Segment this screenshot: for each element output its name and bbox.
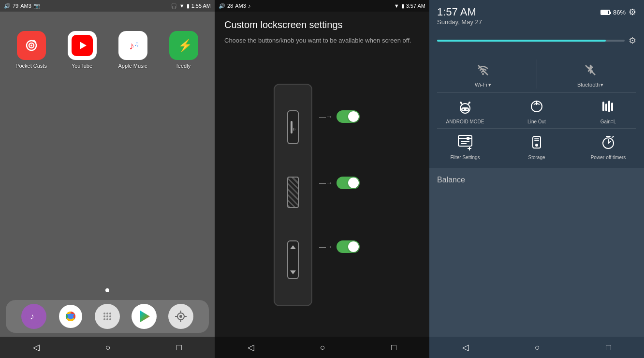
svg-marker-41 <box>290 270 296 274</box>
lockscreen-settings-panel: 🔊 28 AM3 ♪ ▼ ▮ 3:57 AM Custom lockscreen… <box>215 0 429 358</box>
arrow-icon-3: —→ <box>319 243 333 251</box>
home-screen-panel: 🔊 79 AM3 📷 🎧 ▼ ▮ 1:55 AM Pocket Cas <box>0 0 215 358</box>
back-button-ls[interactable]: ◁ <box>248 342 254 353</box>
toggle-switch-2[interactable] <box>337 177 360 189</box>
dot-active <box>105 288 109 292</box>
dock-music[interactable]: ♪ <box>21 304 46 329</box>
dock-play-store[interactable] <box>132 304 157 329</box>
battery-ls: ▮ <box>401 3 404 9</box>
youtube-icon[interactable] <box>68 31 97 60</box>
signal-strength: 79 <box>13 3 18 9</box>
svg-rect-56 <box>605 104 607 111</box>
qs-tiles-row1: ANDROID MODE Line Out <box>429 93 644 128</box>
brightness-bar[interactable] <box>437 40 625 42</box>
qs-tile-filter[interactable]: Filter Settings <box>429 133 501 160</box>
gain-label: Gain=L <box>600 119 616 124</box>
svg-point-47 <box>463 109 464 110</box>
status-right-ls: ▼ ▮ 3:57 AM <box>394 3 425 9</box>
pocket-casts-label: Pocket Casts <box>15 63 47 69</box>
status-left-ls: 🔊 28 AM3 ♪ <box>219 3 250 9</box>
qs-tile-line-out[interactable]: Line Out <box>501 97 572 124</box>
toggle-knob-1 <box>348 111 359 122</box>
arrow-icon-2: —→ <box>319 179 333 187</box>
app-feedly[interactable]: ⚡ feedly <box>160 31 207 69</box>
home-button-qs[interactable]: ○ <box>535 343 540 353</box>
status-bar-ls: 🔊 28 AM3 ♪ ▼ ▮ 3:57 AM <box>215 0 429 12</box>
youtube-label: YouTube <box>72 63 92 69</box>
dock-chrome[interactable] <box>58 304 83 329</box>
toggle-switch-1[interactable] <box>337 110 360 123</box>
recent-button-qs[interactable]: □ <box>606 343 611 353</box>
power-off-timers-icon <box>599 133 618 152</box>
qs-balance-section: Balance <box>429 168 644 192</box>
recent-button-ls[interactable]: □ <box>391 343 396 353</box>
ls-content-area: —→ —→ <box>215 53 429 337</box>
app-youtube[interactable]: YouTube <box>59 31 105 69</box>
qs-bluetooth-item[interactable]: Bluetooth ▾ <box>537 60 644 88</box>
qs-wifi-item[interactable]: Wi-Fi ▾ <box>429 60 537 88</box>
app-apple-music[interactable]: ♪ ♫ Apple Music <box>109 31 156 69</box>
wifi-dropdown-icon[interactable]: ▾ <box>488 82 491 88</box>
qs-tile-android-mode[interactable]: ANDROID MODE <box>429 97 501 124</box>
svg-marker-40 <box>290 245 296 249</box>
svg-text:♫: ♫ <box>134 40 139 48</box>
home-button-ls[interactable]: ○ <box>320 343 325 353</box>
svg-point-21 <box>109 313 111 314</box>
toggle-knob-3 <box>348 241 359 252</box>
svg-rect-68 <box>534 140 539 141</box>
svg-rect-58 <box>611 103 613 111</box>
toggle-switch-3[interactable] <box>337 240 360 253</box>
home-button-home[interactable]: ○ <box>105 343 111 353</box>
button-slot-volume <box>287 240 299 279</box>
music-icon-ls: ♪ <box>248 3 251 9</box>
svg-point-25 <box>103 318 105 320</box>
nav-bar-ls: ◁ ○ □ <box>215 337 429 358</box>
line-out-label: Line Out <box>527 119 546 124</box>
svg-point-20 <box>106 313 108 314</box>
svg-point-27 <box>109 318 111 320</box>
wifi-ls: ▼ <box>394 3 399 9</box>
qs-tile-gain[interactable]: Gain=L <box>572 97 644 124</box>
qs-time-row: 1:57 AM 86% ⚙ <box>437 4 636 18</box>
screenshot-icon: 📷 <box>33 3 40 9</box>
qs-tile-storage[interactable]: Storage <box>501 133 572 160</box>
bt-dropdown-icon[interactable]: ▾ <box>600 82 603 88</box>
status-left: 🔊 79 AM3 📷 <box>4 3 40 9</box>
filter-settings-icon <box>455 133 475 152</box>
brightness-icon: ⚙ <box>629 35 636 46</box>
app-pocket-casts[interactable]: Pocket Casts <box>8 31 55 69</box>
qs-header: 1:57 AM 86% ⚙ Sunday, May 27 ⚙ <box>429 0 644 52</box>
dock-app-drawer[interactable] <box>95 304 120 329</box>
battery-icon-qs <box>600 10 610 15</box>
qs-tile-power-off-timers[interactable]: Power-off timers <box>572 133 644 160</box>
svg-point-51 <box>460 102 462 104</box>
qs-time: 1:57 AM <box>437 6 476 18</box>
page-indicator <box>0 288 215 292</box>
svg-rect-39 <box>293 128 295 131</box>
dock-settings[interactable] <box>168 304 193 329</box>
bluetooth-tile-icon <box>581 60 600 80</box>
feedly-icon[interactable]: ⚡ <box>169 31 198 60</box>
power-off-timers-label: Power-off timers <box>591 155 626 160</box>
toggle-knob-2 <box>348 178 359 188</box>
apple-music-icon[interactable]: ♪ ♫ <box>118 31 147 60</box>
qs-wifi-bt-row: Wi-Fi ▾ Bluetooth ▾ <box>429 56 644 92</box>
pocket-casts-icon[interactable] <box>17 31 46 60</box>
device-visual: —→ —→ <box>274 84 312 306</box>
network-type: AM3 <box>20 3 31 9</box>
dock: ♪ <box>6 300 209 333</box>
svg-line-74 <box>612 136 614 137</box>
recent-button-home[interactable]: □ <box>176 343 182 353</box>
nav-bar-qs: ◁ ○ □ <box>429 337 644 358</box>
battery-icon-home: ▮ <box>187 3 190 9</box>
back-button-qs[interactable]: ◁ <box>462 342 469 353</box>
settings-gear-icon[interactable]: ⚙ <box>629 7 636 17</box>
arrow-icon-1: —→ <box>319 113 333 120</box>
button-slot-knob <box>287 177 299 208</box>
brightness-control[interactable]: ⚙ <box>437 31 636 52</box>
svg-point-17 <box>68 313 73 319</box>
back-button-home[interactable]: ◁ <box>33 342 40 353</box>
ls-page-title: Custom lockscreen settings <box>215 12 429 34</box>
volume-icon: 🔊 <box>4 3 11 9</box>
gain-icon <box>599 97 618 116</box>
